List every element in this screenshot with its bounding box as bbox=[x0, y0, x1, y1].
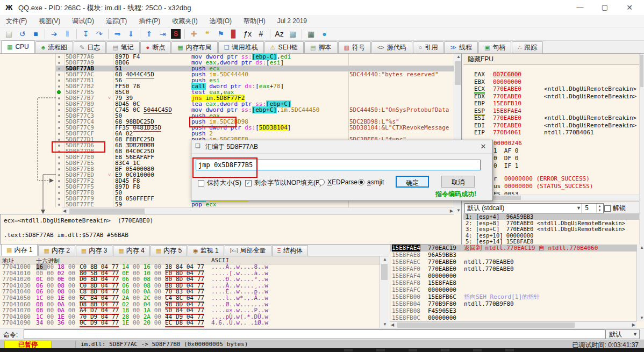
tab-locals[interactable]: [x=]局部变量 bbox=[225, 245, 271, 256]
dialog-titlebar[interactable]: ❏ 汇编于 5D8F77AB ✕ bbox=[191, 140, 492, 154]
argument-row[interactable]: 5: [esp+14] 15E8FAE8 bbox=[463, 238, 641, 245]
cancel-button[interactable]: 取消 bbox=[441, 176, 475, 188]
hex-dump-pane[interactable]: 7704100016 00 18 00C0 8B 04 7714 00 16 0… bbox=[0, 264, 380, 328]
row-dot-icon[interactable] bbox=[58, 198, 60, 200]
dialog-close-button[interactable]: ✕ bbox=[474, 140, 492, 153]
row-dot-icon[interactable] bbox=[58, 74, 60, 76]
row-dot-icon[interactable] bbox=[58, 192, 60, 194]
restart-icon[interactable]: ↺ bbox=[16, 28, 28, 40]
stack-row[interactable]: 15E8FAF0770EABE0ntdll.770EABE0 bbox=[390, 265, 637, 272]
stack-row[interactable]: 15E8FB08F45905E3 bbox=[390, 307, 637, 314]
command-profile-select[interactable]: 默认▼ bbox=[605, 329, 640, 339]
argument-row[interactable]: 3: [esp+C] 770EABE0 <ntdll.DbgUiRemoteBr… bbox=[463, 226, 641, 232]
row-dot-icon[interactable] bbox=[58, 180, 60, 182]
row-dot-icon[interactable] bbox=[58, 80, 60, 82]
step-into-icon[interactable]: ↧ bbox=[80, 28, 92, 40]
row-dot-icon[interactable] bbox=[58, 115, 60, 117]
minimize-button[interactable]: — bbox=[568, 0, 592, 15]
tab-watch-1[interactable]: ◉监视 1 bbox=[188, 245, 224, 256]
menu-item-1[interactable]: 视图(V) bbox=[33, 15, 66, 27]
menu-item-7[interactable]: 帮助(H) bbox=[238, 15, 271, 27]
tab-dump-1[interactable]: ▦内存 1 bbox=[1, 244, 38, 256]
row-dot-icon[interactable] bbox=[58, 85, 60, 88]
register-value[interactable]: 15E8FAE4 bbox=[493, 107, 521, 114]
asmjit-radio[interactable]: asmjit bbox=[358, 178, 384, 186]
stack-vscrollbar[interactable]: ▲ ▼ bbox=[636, 245, 644, 321]
row-dot-icon[interactable] bbox=[58, 97, 60, 99]
tab-dump-2[interactable]: ▦内存 2 bbox=[38, 245, 75, 256]
disasm-row[interactable]: 5D8F77FE59pop ecx bbox=[0, 202, 461, 207]
row-dot-icon[interactable] bbox=[58, 139, 60, 141]
hide-fpu-button[interactable]: 隐藏FPU bbox=[463, 54, 644, 65]
register-row-esi[interactable]: ESI770EABE0<ntdll.DbgUiRemoteBreakin> bbox=[463, 114, 640, 121]
register-value[interactable]: 00000000 bbox=[493, 78, 521, 85]
row-dot-icon[interactable] bbox=[58, 204, 60, 206]
row-dot-icon[interactable] bbox=[58, 127, 60, 129]
register-row-eip[interactable]: EIP770B4061ntdll.770B4061 bbox=[463, 129, 640, 136]
register-value[interactable]: 007C6000 bbox=[493, 71, 521, 78]
tab-dump-3[interactable]: ▦内存 3 bbox=[76, 245, 112, 256]
fill-with-nops-checkbox[interactable]: ✓ 剩余字节以NOP填充(F) bbox=[245, 178, 321, 188]
hash-icon[interactable]: # bbox=[255, 28, 267, 40]
dump-vscrollbar[interactable]: ▲ ▼ bbox=[380, 256, 389, 328]
spinner-arrows-icon[interactable]: ▲▼ bbox=[596, 204, 603, 212]
register-row-ebx[interactable]: EBX00000000 bbox=[463, 78, 640, 85]
row-dot-icon[interactable] bbox=[58, 68, 60, 70]
tab-notes[interactable]: ▤笔记 bbox=[106, 41, 139, 53]
register-row-ebp[interactable]: EBP15E8FB10 bbox=[463, 100, 640, 107]
menu-item-0[interactable]: 文件(F) bbox=[0, 15, 33, 27]
argument-row[interactable]: 4: [esp+10] 00000000 bbox=[463, 232, 641, 239]
menu-item-6[interactable]: 选项(O) bbox=[204, 15, 238, 27]
row-dot-icon[interactable] bbox=[58, 150, 60, 153]
row-dot-icon[interactable] bbox=[58, 133, 60, 135]
assemble-instruction-input[interactable] bbox=[196, 160, 481, 170]
register-row-esp[interactable]: ESP15E8FAE4 bbox=[463, 107, 640, 114]
step-into-source-icon[interactable]: ⇓ bbox=[125, 28, 137, 40]
row-dot-icon[interactable] bbox=[58, 156, 60, 159]
tab-script[interactable]: ▤脚本 bbox=[304, 41, 337, 53]
step-over-icon[interactable]: ↷ bbox=[93, 28, 105, 40]
tab-cpu[interactable]: ▦CPU bbox=[1, 40, 35, 53]
tab-log[interactable]: ✎日志 bbox=[74, 41, 106, 53]
breakpoint-dot-icon[interactable] bbox=[57, 90, 61, 94]
comments-icon[interactable]: ❝ bbox=[201, 28, 213, 40]
functions-icon[interactable]: ƒx bbox=[241, 28, 254, 40]
register-value[interactable]: 770EABE0 bbox=[493, 93, 521, 100]
xedparse-radio[interactable]: XEDParse bbox=[318, 178, 357, 186]
command-input[interactable] bbox=[24, 329, 605, 339]
breakpoints-list-icon[interactable]: ▊ bbox=[228, 28, 240, 40]
preferences-icon[interactable]: ▦ bbox=[287, 28, 299, 40]
tab-symbols[interactable]: ▥符号 bbox=[338, 41, 371, 53]
menu-item-5[interactable]: 收藏夹(I) bbox=[166, 15, 203, 27]
stack-row[interactable]: 15E8FB0015E8FB6C指向SEH_Record[1]的指针 bbox=[390, 293, 637, 300]
row-dot-icon[interactable] bbox=[58, 62, 60, 64]
stack-row[interactable]: 15E8FAEC770EABE0ntdll.770EABE0 bbox=[390, 258, 637, 265]
register-row-ecx[interactable]: ECX770EABE0<ntdll.DbgUiRemoteBreakin> bbox=[463, 85, 640, 92]
stop-icon[interactable]: ■ bbox=[30, 28, 42, 40]
globe-icon[interactable]: ● bbox=[318, 28, 331, 40]
register-row-edi[interactable]: EDI770EABE0<ntdll.DbgUiRemoteBreakin> bbox=[463, 122, 640, 129]
register-row-edx[interactable]: EDX770EABE0<ntdll.DbgUiRemoteBreakin> bbox=[463, 93, 640, 100]
row-dot-icon[interactable] bbox=[58, 162, 60, 164]
stack-row[interactable]: 15E8FAFC00000000 bbox=[390, 286, 637, 293]
calculator-icon[interactable]: ▦ bbox=[305, 28, 317, 40]
register-value[interactable]: 15E8FB10 bbox=[493, 100, 521, 107]
tab-dump-4[interactable]: ▦内存 4 bbox=[113, 245, 149, 256]
arg-count-stepper[interactable]: 5▲▼ bbox=[582, 203, 604, 213]
script-icon[interactable]: S bbox=[171, 29, 181, 39]
stack-row[interactable]: 15E8FAE4770EAC19返回到 ntdll.770EAC19 自 ntd… bbox=[390, 245, 637, 252]
tab-dump-5[interactable]: ▦内存 5 bbox=[151, 245, 187, 256]
keep-size-checkbox[interactable]: 保持大小(S) bbox=[198, 178, 241, 188]
pause-icon[interactable]: ‖ bbox=[61, 28, 74, 40]
menu-item-2[interactable]: 调试(D) bbox=[66, 15, 100, 27]
row-dot-icon[interactable] bbox=[58, 174, 60, 176]
register-value[interactable]: 770B4061 bbox=[493, 129, 521, 136]
tab-call-stack[interactable]: ❏调用堆栈 bbox=[218, 41, 264, 53]
run-icon[interactable]: ➔ bbox=[48, 28, 60, 40]
register-row-eax[interactable]: EAX007C6000 bbox=[463, 71, 640, 78]
row-dot-icon[interactable] bbox=[58, 186, 60, 188]
run-to-user-code-icon[interactable]: ⇥ bbox=[156, 28, 169, 40]
font-icon[interactable]: Az bbox=[273, 28, 285, 40]
stack-row[interactable]: 15E8FAF400000000 bbox=[390, 272, 637, 279]
ok-button[interactable]: 确定 bbox=[396, 176, 429, 188]
